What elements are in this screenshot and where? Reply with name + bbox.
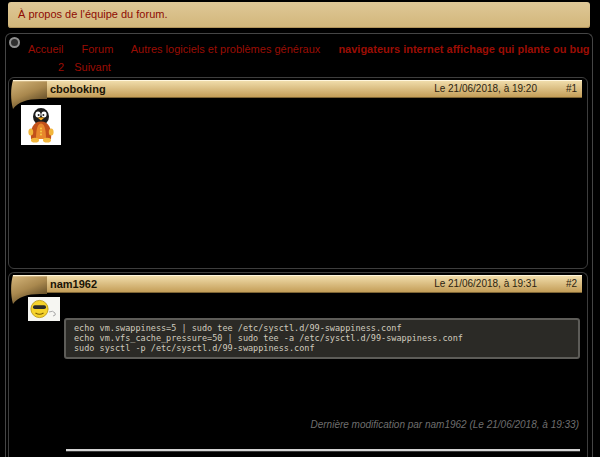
post-2-permalink[interactable]: #2 [566, 278, 577, 289]
post-1: cboboking Le 21/06/2018, à 19:20 #1 [8, 77, 588, 269]
page-fold-icon [10, 275, 47, 305]
tux-penguin-icon [21, 105, 61, 145]
breadcrumb-topic-title: navigateurs internet affichage qui plant… [338, 43, 589, 55]
tux-penguin-avatar [21, 105, 61, 145]
pagination-next[interactable]: Suivant [74, 61, 111, 73]
code-block: echo vm.swappiness=5 | sudo tee /etc/sys… [64, 318, 580, 359]
pagination: 2 Suivant [58, 61, 118, 73]
pagination-page-2[interactable]: 2 [58, 61, 64, 73]
post-2-author: nam1962 [50, 278, 97, 290]
breadcrumb: Accueil Forum Autres logiciels et problè… [28, 43, 590, 55]
post-2-header: nam1962 Le 21/06/2018, à 19:31 #2 [9, 275, 587, 305]
topic-panel: Accueil Forum Autres logiciels et problè… [5, 33, 593, 457]
post-1-header: cboboking Le 21/06/2018, à 19:20 #1 [9, 80, 587, 110]
announcement-banner: À propos de l'équipe du forum. [8, 2, 590, 28]
last-edited-note: Dernière modification par nam1962 (Le 21… [310, 419, 579, 430]
post-2-date: Le 21/06/2018, à 19:31 [434, 278, 537, 289]
signature-divider [66, 449, 580, 451]
post-1-permalink[interactable]: #1 [566, 83, 577, 94]
code-line: sudo sysctl -p /etc/sysctl.d/99-swappine… [74, 344, 570, 354]
feed-circle-icon[interactable] [9, 37, 20, 48]
post-2: nam1962 Le 21/06/2018, à 19:31 #2 echo v… [8, 272, 588, 457]
post-1-date: Le 21/06/2018, à 19:20 [434, 83, 537, 94]
breadcrumb-category[interactable]: Autres logiciels et problèmes généraux [131, 43, 321, 55]
post-1-author: cboboking [50, 83, 106, 95]
announcement-link[interactable]: À propos de l'équipe du forum. [8, 2, 590, 26]
breadcrumb-accueil[interactable]: Accueil [28, 43, 63, 55]
breadcrumb-forum[interactable]: Forum [82, 43, 114, 55]
page-fold-icon [10, 80, 47, 110]
